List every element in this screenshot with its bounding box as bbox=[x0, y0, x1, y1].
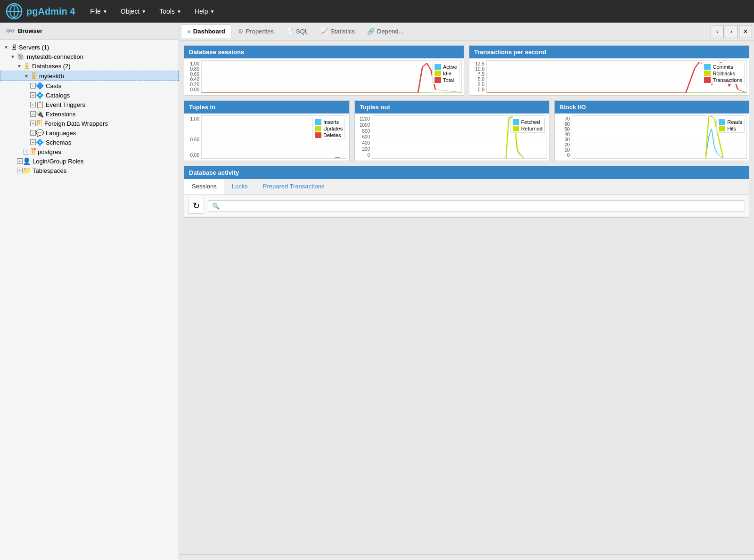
toggle-login-roles[interactable]: + bbox=[17, 158, 23, 164]
navbar: pgAdmin 4 File ▼ Object ▼ Tools ▼ Help ▼ bbox=[0, 0, 754, 23]
tree-node-extensions[interactable]: + 🔌 Extensions bbox=[0, 109, 179, 119]
legend-idle: Idle bbox=[434, 71, 457, 76]
tree-node-fdw[interactable]: + 🗄 Foreign Data Wrappers bbox=[0, 119, 179, 128]
tab-statistics[interactable]: 📈 Statistics bbox=[315, 25, 361, 38]
menu-help[interactable]: Help ▼ bbox=[189, 5, 221, 18]
legend-deletes-color bbox=[315, 132, 321, 138]
login-roles-label: Login/Group Roles bbox=[33, 158, 83, 165]
tree-node-login-roles[interactable]: + 👤 Login/Group Roles bbox=[0, 156, 179, 166]
tools-menu-arrow: ▼ bbox=[177, 9, 181, 14]
tab-dashboard[interactable]: ● Dashboard bbox=[181, 24, 231, 38]
legend-transactions-label: Transactions bbox=[713, 77, 742, 83]
toggle-mytestdb[interactable]: ▼ bbox=[24, 73, 31, 79]
toggle-casts[interactable]: + bbox=[30, 83, 36, 89]
toggle-catalogs[interactable]: + bbox=[30, 92, 36, 98]
connection-label: mytestdb-connection bbox=[27, 53, 83, 60]
tree-node-databases[interactable]: ▼ 🗄 Databases (2) bbox=[0, 61, 179, 71]
tab-dependencies[interactable]: 🔗 Depend... bbox=[361, 25, 409, 38]
tree-node-catalogs[interactable]: + 💠 Catalogs bbox=[0, 90, 179, 100]
tree-node-languages[interactable]: + 💬 Languages bbox=[0, 128, 179, 138]
legend-fetched-label: Fetched bbox=[521, 119, 540, 125]
activity-tab-sessions[interactable]: Sessions bbox=[184, 179, 224, 195]
legend-fetched-color bbox=[513, 119, 519, 125]
tree-node-casts[interactable]: + 🔷 Casts bbox=[0, 81, 179, 90]
object-menu-arrow: ▼ bbox=[141, 9, 146, 14]
tree-node-mytestdb[interactable]: ▼ 🗄 mytestdb bbox=[0, 71, 179, 81]
toggle-connection[interactable]: ▼ bbox=[10, 54, 17, 59]
tuples-in-chart-area: Inserts Updates Deletes bbox=[201, 115, 347, 159]
legend-reads-label: Reads bbox=[727, 119, 742, 125]
legend-fetched: Fetched bbox=[513, 119, 542, 125]
tree-node-tablespaces[interactable]: + 📁 Tablespaces bbox=[0, 166, 179, 175]
legend-commits: Commits bbox=[704, 64, 742, 70]
tab-next-button[interactable]: › bbox=[725, 25, 738, 38]
tree-node-connection[interactable]: ▼ 🐘 mytestdb-connection bbox=[0, 52, 179, 61]
connection-icon: 🐘 bbox=[17, 53, 25, 60]
tab-prev-button[interactable]: ‹ bbox=[711, 25, 724, 38]
activity-tab-locks[interactable]: Locks bbox=[224, 179, 255, 195]
refresh-button[interactable]: ↻ bbox=[188, 198, 204, 214]
catalogs-label: Catalogs bbox=[46, 92, 70, 99]
legend-hits-label: Hits bbox=[727, 126, 736, 131]
toggle-languages[interactable]: + bbox=[30, 130, 36, 136]
tuples-out-chart-area: Fetched Returned bbox=[372, 115, 547, 159]
toggle-fdw[interactable]: + bbox=[30, 121, 36, 126]
tab-sql-label: SQL bbox=[296, 28, 308, 35]
tuples-out-body: 1200 1000 800 600 400 200 0 bbox=[355, 114, 549, 161]
toggle-postgres[interactable]: + bbox=[24, 149, 29, 154]
menu-file[interactable]: File ▼ bbox=[84, 5, 113, 18]
tuples-in-header: Tuples in bbox=[184, 101, 349, 114]
legend-hits: Hits bbox=[719, 126, 742, 131]
toggle-servers[interactable]: ▼ bbox=[4, 45, 10, 50]
tree-node-schemas[interactable]: + 💠 Schemas bbox=[0, 138, 179, 147]
refresh-icon: ↻ bbox=[193, 201, 200, 211]
tab-bar: ● Dashboard ⚙ Properties 📄 SQL 📈 Statist… bbox=[179, 23, 754, 41]
transactions-legend: Commits Rollbacks Transactions bbox=[702, 63, 745, 84]
chart-block-io: Block I/O 70 60 50 40 30 20 10 0 bbox=[554, 100, 749, 161]
tree-node-servers[interactable]: ▼ 🗄 Servers (1) bbox=[0, 42, 179, 52]
legend-transactions: Transactions bbox=[704, 77, 742, 83]
app-title: pgAdmin 4 bbox=[26, 6, 75, 17]
charts-row-1: Database sessions 1.00 0.80 0.60 0.40 0.… bbox=[184, 45, 749, 96]
login-roles-icon: 👤 bbox=[23, 157, 31, 165]
servers-icon: 🗄 bbox=[10, 43, 17, 51]
legend-deletes-label: Deletes bbox=[323, 132, 341, 138]
transactions-header: Transactions per second bbox=[469, 46, 749, 58]
charts-row-2: Tuples in 1.00 0.50 0.00 bbox=[184, 100, 749, 161]
legend-total-color bbox=[434, 77, 441, 83]
legend-active: Active bbox=[434, 64, 457, 70]
transactions-y-axis: 12.5 10.0 7.5 5.0 2.5 0.0 bbox=[471, 60, 486, 93]
tree-node-postgres[interactable]: + 🗄✕ postgres bbox=[0, 147, 179, 156]
tuples-in-legend: Inserts Updates Deletes bbox=[312, 118, 345, 139]
toggle-databases[interactable]: ▼ bbox=[17, 64, 24, 69]
properties-icon: ⚙ bbox=[238, 28, 244, 35]
bottom-scrollbar[interactable] bbox=[179, 554, 754, 560]
toggle-schemas[interactable]: + bbox=[30, 139, 36, 145]
chart-db-sessions: Database sessions 1.00 0.80 0.60 0.40 0.… bbox=[184, 45, 464, 96]
tab-statistics-label: Statistics bbox=[330, 28, 355, 35]
app-brand: pgAdmin 4 bbox=[6, 3, 75, 20]
dependencies-icon: 🔗 bbox=[367, 28, 375, 35]
extensions-label: Extensions bbox=[46, 111, 76, 118]
legend-commits-color bbox=[704, 64, 711, 70]
tab-properties[interactable]: ⚙ Properties bbox=[232, 25, 279, 38]
toggle-tablespaces[interactable]: + bbox=[17, 168, 23, 173]
legend-returned-color bbox=[513, 126, 519, 131]
activity-tab-prepared[interactable]: Prepared Transactions bbox=[255, 179, 332, 195]
toggle-extensions[interactable]: + bbox=[30, 111, 36, 117]
tab-sql[interactable]: 📄 SQL bbox=[280, 25, 314, 38]
languages-icon: 💬 bbox=[36, 129, 44, 137]
menu-tools[interactable]: Tools ▼ bbox=[154, 5, 187, 18]
menu-object[interactable]: Object ▼ bbox=[115, 5, 152, 18]
legend-reads-color bbox=[719, 119, 725, 125]
tab-close-button[interactable]: ✕ bbox=[739, 25, 752, 38]
fdw-label: Foreign Data Wrappers bbox=[44, 120, 108, 127]
fdw-icon: 🗄 bbox=[36, 120, 42, 127]
tree-node-event-triggers[interactable]: + 📋 Event Triggers bbox=[0, 100, 179, 109]
block-io-header: Block I/O bbox=[555, 101, 749, 114]
sidebar: 👓 Browser ▼ 🗄 Servers (1) ▼ 🐘 mytestdb-c… bbox=[0, 23, 179, 560]
search-input[interactable] bbox=[220, 203, 741, 210]
toggle-event-triggers[interactable]: + bbox=[30, 102, 36, 107]
db-sessions-chart-area: Active Idle Total bbox=[201, 60, 462, 93]
activity-panel: Database activity Sessions Locks Prepare… bbox=[184, 166, 749, 218]
